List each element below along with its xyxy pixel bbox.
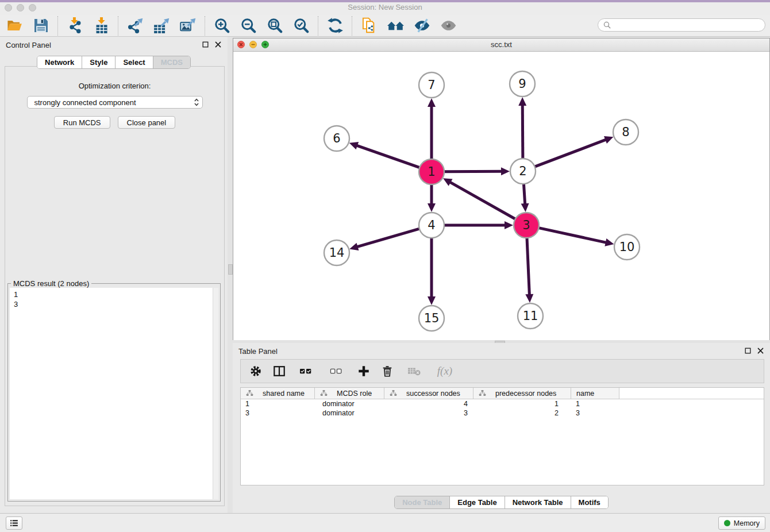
export-image-button[interactable] xyxy=(176,16,200,36)
tab-style[interactable]: Style xyxy=(82,56,116,68)
table-tab-network-table[interactable]: Network Table xyxy=(505,496,571,508)
svg-text:1: 1 xyxy=(428,165,435,179)
node-2[interactable]: 2 xyxy=(510,159,536,184)
edge-1-4[interactable] xyxy=(428,184,436,212)
node-14[interactable]: 14 xyxy=(324,240,349,265)
deselect-all-columns-button[interactable] xyxy=(326,364,347,378)
cell-predecessor-nodes: 2 xyxy=(473,408,571,418)
edge-4-14[interactable] xyxy=(349,229,419,250)
export-image-icon xyxy=(180,17,197,34)
table-tab-edge-table[interactable]: Edge Table xyxy=(450,496,505,508)
control-panel-close-button[interactable] xyxy=(214,40,223,49)
delete-table-button[interactable] xyxy=(404,364,425,378)
column-header-name[interactable]: name xyxy=(571,388,619,399)
divider-grip[interactable] xyxy=(228,264,233,275)
function-builder-button[interactable]: f(x) xyxy=(434,364,455,378)
select-all-columns-button[interactable] xyxy=(296,364,317,378)
node-15[interactable]: 15 xyxy=(419,306,444,331)
edge-1-6[interactable] xyxy=(349,142,420,168)
hide-selected-button[interactable] xyxy=(410,16,434,36)
deselect-all-icon xyxy=(327,365,346,377)
tab-network[interactable]: Network xyxy=(37,56,82,68)
search-input[interactable] xyxy=(614,20,765,30)
network-graph-canvas[interactable]: 1234678910111415 xyxy=(233,52,769,340)
zoom-selected-icon xyxy=(293,17,310,34)
toolbar-group xyxy=(123,16,200,36)
refresh-layout-button[interactable] xyxy=(323,16,347,36)
export-network-button[interactable] xyxy=(123,16,147,36)
edge-4-3[interactable] xyxy=(444,221,513,229)
show-all-button[interactable] xyxy=(436,16,460,36)
edge-3-1[interactable] xyxy=(443,178,515,219)
zoom-selected-button[interactable] xyxy=(289,16,313,36)
run-mcds-button[interactable]: Run MCDS xyxy=(54,116,110,129)
zoom-out-button[interactable] xyxy=(236,16,260,36)
table-row[interactable]: 3dominator323 xyxy=(241,408,764,418)
select-all-icon xyxy=(297,365,316,377)
mcds-result-text[interactable]: 1 3 xyxy=(10,288,218,311)
toolbar-separator xyxy=(352,16,352,36)
new-network-from-selection-button[interactable] xyxy=(357,16,381,36)
svg-text:15: 15 xyxy=(424,311,440,325)
column-header-successor-nodes[interactable]: successor nodes xyxy=(384,388,473,399)
mcds-tab-pane: Optimization criterion: strongly connect… xyxy=(5,66,225,506)
tab-select[interactable]: Select xyxy=(116,56,153,68)
criterion-select[interactable]: strongly connected component xyxy=(27,96,203,109)
table-settings-button[interactable] xyxy=(249,364,263,378)
cell-name: 1 xyxy=(571,399,619,408)
network-window-titlebar[interactable]: scc.txt xyxy=(233,38,769,52)
table-panel-close-button[interactable] xyxy=(757,346,765,355)
open-session-button[interactable] xyxy=(2,16,26,36)
zoom-in-button[interactable] xyxy=(210,16,234,36)
node-10[interactable]: 10 xyxy=(614,234,640,260)
table-row[interactable]: 1dominator411 xyxy=(241,399,764,408)
column-header-shared-name[interactable]: shared name xyxy=(241,388,315,399)
svg-text:2: 2 xyxy=(519,164,526,178)
table-panel: Table Panel f(x) shared nameMCDS rolesuc… xyxy=(233,343,770,513)
mcds-buttons-row: Run MCDS Close panel xyxy=(5,116,224,129)
vertical-split-divider[interactable] xyxy=(228,37,233,513)
edge-2-8[interactable] xyxy=(535,136,614,167)
node-11[interactable]: 11 xyxy=(518,303,543,329)
optimization-criterion-label: Optimization criterion: xyxy=(5,82,224,90)
close-panel-button[interactable]: Close panel xyxy=(118,116,176,129)
edge-3-11[interactable] xyxy=(525,238,533,303)
table-panel-float-button[interactable] xyxy=(744,346,753,355)
column-header-predecessor-nodes[interactable]: predecessor nodes xyxy=(473,388,571,399)
node-3[interactable]: 3 xyxy=(514,213,539,238)
edge-2-9[interactable] xyxy=(518,97,526,159)
column-chooser-button[interactable] xyxy=(272,364,286,378)
svg-text:8: 8 xyxy=(622,125,629,139)
node-4[interactable]: 4 xyxy=(419,213,444,238)
node-6[interactable]: 6 xyxy=(324,126,349,151)
save-session-button[interactable] xyxy=(29,16,53,36)
first-neighbors-button[interactable] xyxy=(383,16,407,36)
import-network-icon xyxy=(67,17,83,34)
node-7[interactable]: 7 xyxy=(419,72,444,98)
search-field[interactable] xyxy=(598,18,765,32)
edge-3-10[interactable] xyxy=(538,228,614,246)
node-9[interactable]: 9 xyxy=(510,71,535,97)
edge-4-15[interactable] xyxy=(428,238,436,305)
table-tab-motifs[interactable]: Motifs xyxy=(571,496,608,508)
column-header-mcds-role[interactable]: MCDS role xyxy=(315,388,384,399)
delete-column-button[interactable] xyxy=(380,364,394,378)
import-table-button[interactable] xyxy=(89,16,113,36)
tab-mcds[interactable]: MCDS xyxy=(153,56,190,68)
mcds-result-scrollbar[interactable] xyxy=(213,288,218,499)
control-panel-float-button[interactable] xyxy=(202,40,210,49)
edge-1-2[interactable] xyxy=(444,167,510,175)
node-1[interactable]: 1 xyxy=(419,159,444,184)
edge-1-7[interactable] xyxy=(428,98,436,159)
export-table-button[interactable] xyxy=(149,16,174,36)
table-panel-header-buttons xyxy=(744,346,765,355)
add-column-button[interactable] xyxy=(357,364,371,378)
cell-mcds-role: dominator xyxy=(315,408,384,418)
node-8[interactable]: 8 xyxy=(613,119,638,145)
table-tab-node-table[interactable]: Node Table xyxy=(395,496,450,508)
import-network-button[interactable] xyxy=(63,16,87,36)
edge-2-3[interactable] xyxy=(521,184,529,212)
memory-button[interactable]: Memory xyxy=(718,516,765,530)
task-history-button[interactable] xyxy=(6,516,22,530)
zoom-fit-button[interactable] xyxy=(263,16,287,36)
